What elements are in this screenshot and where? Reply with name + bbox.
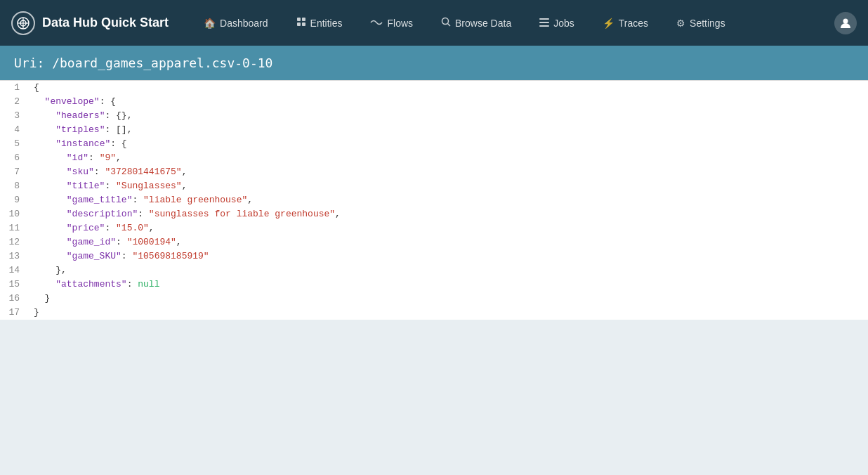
nav-item-flows[interactable]: Flows [356,0,427,46]
browse-data-icon [441,17,451,29]
nav-item-jobs[interactable]: Jobs [525,0,588,46]
nav-label-settings: Settings [690,18,725,29]
svg-rect-12 [539,25,549,27]
brand[interactable]: Data Hub Quick Start [11,11,169,35]
svg-line-9 [448,24,451,27]
line-num-16: 16 [0,292,28,306]
line-content-8: "title": "Sunglasses", [28,179,192,193]
code-line-4: 4 "triples": [], [0,123,868,137]
line-num-6: 6 [0,151,28,165]
code-line-17: 17 } [0,306,868,320]
nav-label-flows: Flows [387,18,413,29]
code-line-11: 11 "price": "15.0", [0,221,868,235]
line-num-8: 8 [0,179,28,193]
entities-icon [296,17,306,29]
code-line-7: 7 "sku": "372801441675", [0,165,868,179]
line-content-11: "price": "15.0", [28,221,160,235]
line-content-5: "instance": { [28,137,133,151]
nav-label-traces: Traces [619,18,648,29]
svg-rect-4 [297,18,301,21]
jobs-icon [539,18,549,29]
nav-item-dashboard[interactable]: 🏠 Dashboard [190,0,282,46]
line-num-15: 15 [0,278,28,292]
code-line-2: 2 "envelope": { [0,95,868,109]
flows-icon [370,18,383,29]
code-line-16: 16 } [0,292,868,306]
main-content-area [0,320,868,460]
code-viewer[interactable]: 1 { 2 "envelope": { 3 "headers": {}, 4 "… [0,80,868,320]
line-content-17: } [28,306,45,320]
nav-label-entities: Entities [310,18,343,29]
dashboard-icon: 🏠 [204,18,216,29]
line-num-9: 9 [0,193,28,207]
line-num-2: 2 [0,95,28,109]
code-line-15: 15 "attachments": null [0,278,868,292]
line-content-3: "headers": {}, [28,109,138,123]
code-line-8: 8 "title": "Sunglasses", [0,179,868,193]
nav-label-dashboard: Dashboard [220,18,268,29]
uri-header: Uri: /board_games_apparel.csv-0-10 [0,46,868,80]
line-content-16: } [28,292,55,306]
svg-rect-10 [539,18,549,20]
nav-label-jobs: Jobs [553,18,574,29]
nav-item-entities[interactable]: Entities [282,0,357,46]
line-content-13: "game_SKU": "105698185919" [28,249,215,263]
svg-rect-5 [302,18,305,21]
code-line-9: 9 "game_title": "liable greenhouse", [0,193,868,207]
line-content-1: { [28,81,45,95]
line-content-2: "envelope": { [28,95,121,109]
line-num-13: 13 [0,249,28,263]
svg-rect-6 [297,22,301,26]
line-content-12: "game_id": "1000194", [28,235,188,249]
line-content-4: "triples": [], [28,123,138,137]
line-content-14: }, [28,263,72,278]
line-content-6: "id": "9", [28,151,127,165]
line-num-10: 10 [0,207,28,221]
code-line-1: 1 { [0,81,868,95]
nav-item-traces[interactable]: ⚡ Traces [588,0,662,46]
line-num-11: 11 [0,221,28,235]
line-num-12: 12 [0,235,28,249]
code-line-14: 14 }, [0,263,868,278]
line-num-7: 7 [0,165,28,179]
svg-rect-11 [539,22,549,23]
line-content-7: "sku": "372801441675", [28,165,192,179]
brand-icon [11,11,35,35]
nav-item-settings[interactable]: ⚙ Settings [662,0,739,46]
svg-point-13 [843,18,848,23]
settings-icon: ⚙ [676,18,685,29]
code-line-3: 3 "headers": {}, [0,109,868,123]
nav-item-browse-data[interactable]: Browse Data [427,0,525,46]
nav-label-browse-data: Browse Data [455,18,511,29]
traces-icon: ⚡ [603,18,614,29]
svg-point-8 [442,18,449,25]
line-num-14: 14 [0,263,28,278]
svg-rect-7 [302,22,305,26]
nav-items: 🏠 Dashboard Entities Flows [190,0,829,46]
line-num-5: 5 [0,137,28,151]
line-content-9: "game_title": "liable greenhouse", [28,193,258,207]
line-num-17: 17 [0,306,28,320]
line-num-1: 1 [0,81,28,95]
code-line-10: 10 "description": "sunglasses for liable… [0,207,868,221]
line-content-15: "attachments": null [28,278,165,292]
code-line-13: 13 "game_SKU": "105698185919" [0,249,868,263]
line-num-3: 3 [0,109,28,123]
code-line-6: 6 "id": "9", [0,151,868,165]
code-line-5: 5 "instance": { [0,137,868,151]
user-avatar[interactable] [834,12,857,34]
line-content-10: "description": "sunglasses for liable gr… [28,207,346,221]
brand-label: Data Hub Quick Start [42,15,169,30]
navbar: Data Hub Quick Start 🏠 Dashboard Entitie… [0,0,868,46]
line-num-4: 4 [0,123,28,137]
code-line-12: 12 "game_id": "1000194", [0,235,868,249]
uri-text: Uri: /board_games_apparel.csv-0-10 [14,56,272,70]
